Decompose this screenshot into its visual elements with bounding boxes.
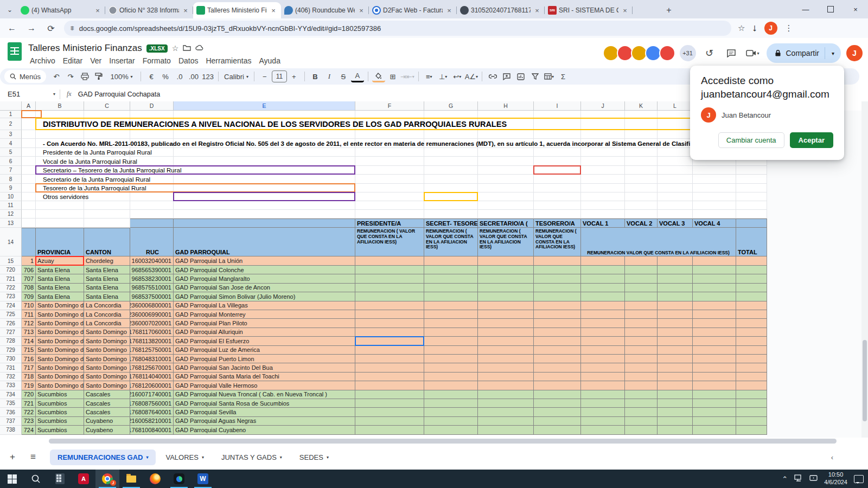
cell-H737[interactable]	[478, 417, 534, 426]
cell-E721[interactable]: GAD Parroquial Manglaralto	[174, 274, 355, 283]
file-explorer-icon[interactable]	[119, 470, 143, 488]
row-header[interactable]: 4	[0, 139, 22, 148]
cell-I14[interactable]: REMUNERACION ( VALOR QUE CONSTA EN LA AF…	[534, 228, 581, 256]
cell-D1[interactable]	[130, 111, 174, 118]
cell-B729[interactable]: Santo Domingo de los Tsachilas	[36, 346, 84, 355]
close-button[interactable]: ×	[843, 0, 868, 18]
cell-G732[interactable]	[424, 373, 478, 381]
collaborator-avatar[interactable]	[659, 45, 675, 61]
meet-camera-icon[interactable]: ▾	[745, 45, 761, 61]
cell-C729[interactable]: Santo Domingo	[84, 346, 130, 355]
cell-K13[interactable]: VOCAL 2	[625, 219, 658, 228]
cloud-status-icon[interactable]	[195, 44, 204, 53]
cell-E726[interactable]: GAD Parroquial Plan Piloto	[174, 319, 355, 328]
cell-A13[interactable]	[22, 219, 36, 228]
cell-C14[interactable]: CANTON	[84, 228, 130, 256]
cell-C10[interactable]	[84, 192, 130, 201]
cell-L733[interactable]	[658, 381, 693, 390]
cell-H1[interactable]	[478, 111, 534, 118]
cell-I10[interactable]	[534, 192, 581, 201]
merge-cells-icon[interactable]: ⇥⇤ ▾	[400, 70, 414, 83]
cell-B13[interactable]	[36, 219, 84, 228]
insert-link-icon[interactable]	[486, 70, 499, 83]
tray-expand-icon[interactable]: ⌃	[782, 475, 788, 483]
cell-A11[interactable]	[22, 201, 36, 210]
cell-E722[interactable]: GAD Parroquial San Jose de Ancon	[174, 284, 355, 292]
cell-A733[interactable]: 719	[22, 381, 36, 390]
cell-H723[interactable]	[478, 292, 534, 301]
cell-N730[interactable]	[736, 355, 767, 363]
cell-C725[interactable]: La Concordia	[84, 310, 130, 319]
new-tab-button[interactable]: +	[663, 5, 675, 17]
cell-B726[interactable]: Santo Domingo de los Tsachilas	[36, 319, 84, 328]
start-button[interactable]	[0, 470, 24, 488]
cell-G13[interactable]: SECRET- TESORERO	[424, 219, 478, 228]
browser-tab[interactable]: (4) WhatsApp×	[17, 2, 105, 18]
cell-A736[interactable]: 722	[22, 408, 36, 416]
cell-B731[interactable]: Santo Domingo de los Tsachilas	[36, 363, 84, 372]
cell-I7[interactable]	[534, 166, 581, 175]
cell-J735[interactable]	[581, 399, 625, 408]
cell-C721[interactable]: Santa Elena	[84, 274, 130, 283]
cell-F3[interactable]	[355, 130, 424, 139]
cell-D721[interactable]: 968538230001	[130, 274, 174, 283]
row-header[interactable]: 733	[0, 381, 22, 390]
back-icon[interactable]: ←	[4, 21, 20, 36]
row-header[interactable]: 8	[0, 175, 22, 184]
cell-J3[interactable]	[581, 130, 625, 139]
cell-K721[interactable]	[625, 274, 658, 283]
cell-G738[interactable]	[424, 426, 478, 434]
cell-vocal-merged[interactable]: REMUNERACION VALOR QUE CONSTA EN LA AFIL…	[581, 228, 736, 256]
cell-H13[interactable]: SECRETARIO/A (	[478, 219, 534, 228]
sheet-tab[interactable]: REMUNERACIONES GAD▾	[50, 450, 156, 465]
cell-I724[interactable]	[534, 301, 581, 310]
minimize-button[interactable]: —	[793, 0, 818, 18]
cell-K12[interactable]	[625, 210, 658, 219]
cell-K723[interactable]	[625, 292, 658, 301]
cell-J723[interactable]	[581, 292, 625, 301]
share-button[interactable]: Compartir ▾	[767, 43, 841, 63]
row-header[interactable]: 724	[0, 301, 22, 310]
cell-F726[interactable]	[355, 319, 424, 328]
cell-A4[interactable]	[22, 139, 36, 148]
cell-K1[interactable]	[625, 111, 658, 118]
cell-B720[interactable]: Santa Elena	[36, 266, 84, 274]
cell-I13[interactable]: TESORERO/A	[534, 219, 581, 228]
cell-J8[interactable]	[581, 175, 625, 184]
cell-A2[interactable]	[22, 118, 36, 130]
font-select[interactable]: Calibri▾	[222, 73, 251, 81]
cell-B3[interactable]	[36, 130, 84, 139]
row-header[interactable]: 3	[0, 130, 22, 139]
cell-B12[interactable]	[36, 210, 84, 219]
cell-M737[interactable]	[693, 417, 736, 426]
cell-E727[interactable]: GAD Parroquial Alluriquin	[174, 328, 355, 337]
cell-L12[interactable]	[658, 210, 693, 219]
cell-A735[interactable]: 721	[22, 399, 36, 408]
cell-B735[interactable]: Sucumbios	[36, 399, 84, 408]
cell-A722[interactable]: 708	[22, 284, 36, 292]
cell-F14[interactable]: REMUNERACION ( VALOR QUE CONSTA EN LA AF…	[355, 228, 424, 256]
cell-L3[interactable]	[658, 130, 693, 139]
cell-F725[interactable]	[355, 310, 424, 319]
cell-A732[interactable]: 718	[22, 373, 36, 381]
cell-D734[interactable]: 2160071740001	[130, 390, 174, 399]
acrobat-icon[interactable]: A	[72, 470, 95, 488]
cell-G724[interactable]	[424, 301, 478, 310]
cell-B738[interactable]: Sucumbios	[36, 426, 84, 434]
cell-A12[interactable]	[22, 210, 36, 219]
column-header-A[interactable]: A	[22, 101, 36, 111]
cell-I3[interactable]	[534, 130, 581, 139]
cell-D722[interactable]: 968575510001	[130, 284, 174, 292]
cell-F12[interactable]	[355, 210, 424, 219]
insert-comment-icon[interactable]	[500, 70, 513, 83]
row-header[interactable]: 2	[0, 118, 22, 130]
cell-H725[interactable]	[478, 310, 534, 319]
cell-C738[interactable]: Cuyabeno	[84, 426, 130, 434]
row-header[interactable]: 738	[0, 426, 22, 434]
cell-G731[interactable]	[424, 363, 478, 372]
cell-I735[interactable]	[534, 399, 581, 408]
cell-J729[interactable]	[581, 346, 625, 355]
cell-B1[interactable]	[36, 111, 84, 118]
cell-N732[interactable]	[736, 373, 767, 381]
taskbar-search-icon[interactable]	[24, 470, 48, 488]
